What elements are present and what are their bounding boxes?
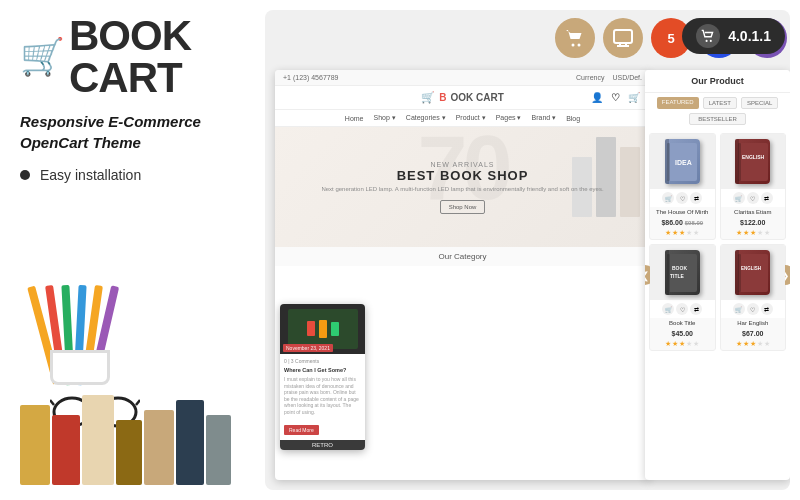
svg-rect-24 <box>738 254 741 292</box>
svg-rect-7 <box>614 30 632 43</box>
logo-b-letter: B <box>69 12 98 59</box>
left-panel: 🛒 BOOK CART Responsive E-Commerce OpenCa… <box>0 0 265 500</box>
svg-rect-23 <box>738 254 768 292</box>
nav-product[interactable]: Product ▾ <box>456 114 486 122</box>
star-rating-2: ★ ★ ★ ★ ★ <box>721 227 786 239</box>
product-name-3: Book Title <box>650 318 715 329</box>
product-price-2: $122.00 <box>721 218 786 227</box>
hero-text: New Arrivals BEST BOOK SHOP Next generat… <box>321 161 603 214</box>
language-label: USD/Def. <box>612 74 642 81</box>
version-cart-icon <box>696 24 720 48</box>
action-cart-2[interactable]: 🛒 <box>733 192 745 204</box>
hero-book-3 <box>620 147 640 217</box>
preview-logo-bar: 🛒 BOOK CART 👤 ♡ 🛒 <box>275 86 650 110</box>
nav-home[interactable]: Home <box>345 115 364 122</box>
action-compare-1[interactable]: ⇄ <box>690 192 702 204</box>
action-wish-3[interactable]: ♡ <box>676 303 688 315</box>
svg-point-12 <box>710 40 712 42</box>
star-2-4: ★ <box>757 229 763 237</box>
tab-featured[interactable]: FEATURED <box>657 97 699 109</box>
preview-logo-icon: 🛒 <box>421 91 435 104</box>
svg-text:ENGLISH: ENGLISH <box>742 154 765 160</box>
product-old-price-1: $98.00 <box>685 220 703 226</box>
blog-body: I must explain to you how all this mista… <box>284 376 361 415</box>
action-wish-2[interactable]: ♡ <box>747 192 759 204</box>
blog-comments: 0 | 3 Comments <box>284 358 361 364</box>
product-card-3: BOOKTITLE 🛒 ♡ ⇄ Book Title $45.00 ★ ★ <box>649 244 716 351</box>
preview-header-icons: 👤 ♡ 🛒 <box>591 92 640 103</box>
star-1-1: ★ <box>665 229 671 237</box>
bullet-icon <box>20 170 30 180</box>
tab-special[interactable]: SPECIAL <box>741 97 778 109</box>
tab-latest[interactable]: LATEST <box>703 97 737 109</box>
our-category-label: Our Category <box>275 247 650 266</box>
svg-point-11 <box>706 40 708 42</box>
store-phone: +1 (123) 4567789 <box>283 74 338 81</box>
product-tabs: FEATURED LATEST SPECIAL <box>645 93 790 113</box>
blog-label: RETRO <box>280 440 365 450</box>
preview-logo-text: OOK CART <box>450 92 503 103</box>
tab-bestseller[interactable]: BESTSELLER <box>689 113 746 125</box>
action-cart-1[interactable]: 🛒 <box>662 192 674 204</box>
nav-shop[interactable]: Shop ▾ <box>374 114 396 122</box>
blog-title: Where Can I Get Some? <box>284 367 361 374</box>
tagline: Responsive E-Commerce OpenCart Theme <box>20 111 245 153</box>
feature-item: Easy installation <box>20 167 245 183</box>
monitor-badge <box>603 18 643 58</box>
star-4-2: ★ <box>743 340 749 348</box>
star-2-1: ★ <box>736 229 742 237</box>
product-price-4: $67.00 <box>721 329 786 338</box>
chalkboard-item-2 <box>319 320 327 338</box>
nav-blog[interactable]: Blog <box>566 115 580 122</box>
svg-point-5 <box>572 44 575 47</box>
currency-label: Currency <box>576 74 604 81</box>
product-img-3: BOOKTITLE <box>650 245 715 300</box>
nav-pages[interactable]: Pages ▾ <box>496 114 522 122</box>
currency-lang-area: Currency USD/Def. <box>576 74 642 81</box>
action-compare-3[interactable]: ⇄ <box>690 303 702 315</box>
book-7 <box>206 415 231 485</box>
cart-badge <box>555 18 595 58</box>
star-4-1: ★ <box>736 340 742 348</box>
star-rating-1: ★ ★ ★ ★ ★ <box>650 227 715 239</box>
nav-brand[interactable]: Brand ▾ <box>532 114 557 122</box>
product-book-4: ENGLISH <box>735 250 770 295</box>
action-compare-2[interactable]: ⇄ <box>761 192 773 204</box>
product-card-2: ENGLISH 🛒 ♡ ⇄ Claritas Etiam $122.00 ★ <box>720 133 787 240</box>
product-price-3: $45.00 <box>650 329 715 338</box>
logo-area: 🛒 BOOK CART <box>20 15 245 99</box>
svg-text:BOOK: BOOK <box>672 265 687 271</box>
book-2 <box>52 415 80 485</box>
hero-title: BEST BOOK SHOP <box>321 168 603 183</box>
product-grid: IDEA 🛒 ♡ ⇄ The House Of Mirth $86.00 $98… <box>645 129 790 355</box>
action-wish-4[interactable]: ♡ <box>747 303 759 315</box>
nav-categories[interactable]: Categories ▾ <box>406 114 446 122</box>
hero-subtitle: New Arrivals <box>321 161 603 168</box>
svg-text:ENGLISH: ENGLISH <box>741 266 761 271</box>
star-2-5: ★ <box>764 229 770 237</box>
preview-nav[interactable]: Home Shop ▾ Categories ▾ Product ▾ Pages… <box>275 110 650 127</box>
product-price-1: $86.00 $98.00 <box>650 218 715 227</box>
action-wish-1[interactable]: ♡ <box>676 192 688 204</box>
star-3-1: ★ <box>665 340 671 348</box>
action-compare-4[interactable]: ⇄ <box>761 303 773 315</box>
preview-hero: 70 New Arrivals BEST BOOK SHOP Next gene… <box>275 127 650 247</box>
blog-read-more[interactable]: Read More <box>284 425 319 435</box>
product-panel: ❮ ❯ Our Product FEATURED LATEST SPECIAL … <box>645 70 790 480</box>
star-3-3: ★ <box>679 340 685 348</box>
product-img-4: ENGLISH <box>721 245 786 300</box>
blog-chalkboard <box>288 309 358 349</box>
action-cart-4[interactable]: 🛒 <box>733 303 745 315</box>
product-actions-1: 🛒 ♡ ⇄ <box>650 189 715 207</box>
product-current-price-1: $86.00 <box>661 219 682 226</box>
product-current-price-3: $45.00 <box>672 330 693 337</box>
star-rating-3: ★ ★ ★ ★ ★ <box>650 338 715 350</box>
hero-cta-button[interactable]: Shop Now <box>440 200 486 214</box>
action-cart-3[interactable]: 🛒 <box>662 303 674 315</box>
product-actions-4: 🛒 ♡ ⇄ <box>721 300 786 318</box>
svg-rect-17 <box>738 143 741 181</box>
preview-cart-icon: 🛒 <box>628 92 640 103</box>
version-badge: 4.0.1.1 <box>682 18 785 54</box>
star-4-3: ★ <box>750 340 756 348</box>
star-rating-4: ★ ★ ★ ★ ★ <box>721 338 786 350</box>
